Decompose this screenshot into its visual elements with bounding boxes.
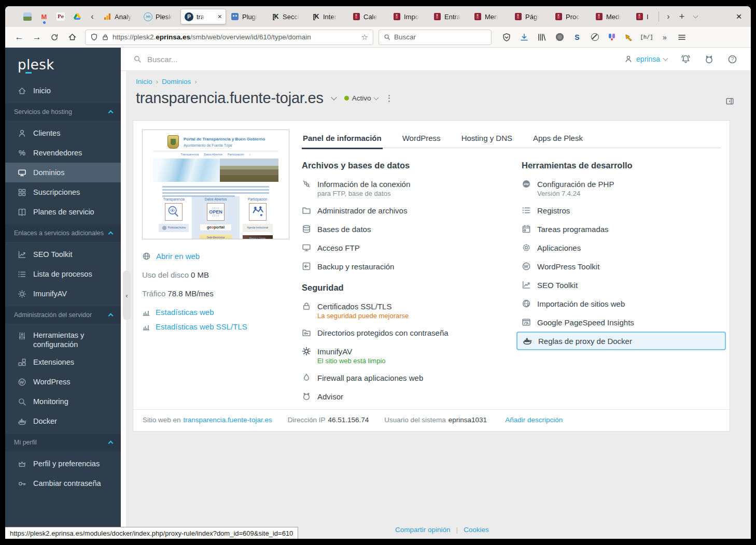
url-bar[interactable]: https://plesk2.eprinsa.es/smb/web/overvi… [85, 30, 373, 45]
item-tareas-programadas[interactable]: Tareas programadas [522, 220, 721, 238]
back-button[interactable]: ← [11, 30, 27, 45]
item-reglas-proxy-docker[interactable]: Reglas de proxy de Docker [516, 332, 726, 350]
plesk-search-input[interactable] [147, 55, 303, 64]
item-aplicaciones[interactable]: Aplicaciones [522, 238, 721, 257]
item-importacion-sitios[interactable]: Importación de sitios web [522, 294, 721, 313]
sidebar-item-imunifyav[interactable]: ImunifyAV [5, 284, 121, 304]
tab-last[interactable]: I [632, 9, 655, 24]
sidebar-item-herramientas[interactable]: Herramientas y configuración [5, 326, 121, 352]
web-stats-link[interactable]: Estadísticas web [142, 308, 289, 317]
tab-menus[interactable]: Men [470, 9, 509, 24]
sidebar-item-wordpress[interactable]: WordPress [5, 372, 121, 392]
open-in-web-link[interactable]: Abrir en web [142, 252, 289, 261]
item-seo-toolkit[interactable]: SEO Toolkit [522, 276, 721, 294]
overflow-icon[interactable]: » [660, 33, 669, 42]
collapse-panel-icon[interactable] [725, 97, 734, 106]
tab-secciones[interactable]: [K Secci [268, 9, 307, 24]
sidebar-item-monitoring[interactable]: Monitoring [5, 392, 121, 411]
sidebar-header-enlaces[interactable]: Enlaces a servicios adicionales [5, 224, 121, 242]
cookies-link[interactable]: Cookies [464, 526, 489, 534]
item-google-pagespeed[interactable]: Google PageSpeed Insights [522, 313, 721, 332]
item-advisor[interactable]: Advisor [302, 387, 501, 406]
pinned-tab-photo[interactable] [20, 9, 35, 24]
tab-inter[interactable]: [K Inter [308, 9, 347, 24]
tab-plugins[interactable]: Plugi [227, 9, 267, 24]
sidebar-item-planes[interactable]: Planes de servicio [5, 202, 121, 222]
tab-calendario[interactable]: Cale [348, 9, 388, 24]
pinned-tab-drive[interactable] [69, 9, 85, 24]
tracking-shield-icon[interactable] [90, 33, 98, 41]
sidebar-item-suscripciones[interactable]: Suscripciones [5, 182, 121, 202]
forward-button[interactable]: → [29, 30, 45, 45]
sidebar-item-cambiar-contrasena[interactable]: Cambiar contraseña [5, 474, 121, 493]
lock-icon[interactable] [102, 34, 109, 41]
item-backup[interactable]: Backup y restauración [302, 257, 501, 276]
item-directorios-protegidos[interactable]: Directorios protegidos con contraseña [302, 323, 501, 342]
sidebar-header-mi-perfil[interactable]: Mi perfil [5, 434, 121, 451]
sidebar-item-extensiones[interactable]: Extensiones [5, 352, 121, 372]
breadcrumb-dominios[interactable]: Dominios [162, 78, 191, 85]
sidebar-item-inicio[interactable]: Inicio [5, 81, 121, 101]
sidebar-item-clientes[interactable]: Clientes [5, 123, 121, 143]
item-administrador-archivos[interactable]: Administrador de archivos [302, 201, 501, 220]
sidebar-header-servicios[interactable]: Servicios de hosting [5, 103, 121, 121]
title-dropdown-icon[interactable] [331, 94, 337, 100]
sidebar-item-seo-toolkit[interactable]: SEO Toolkit [5, 245, 121, 264]
pinned-tab-document[interactable]: Pe [53, 9, 68, 24]
pinned-tab-gmail[interactable]: M [36, 9, 52, 24]
sidebar-item-perfil[interactable]: Perfil y preferencias [5, 454, 121, 474]
share-feedback-link[interactable]: Compartir opinión [395, 526, 451, 534]
shield-check-icon[interactable] [502, 33, 511, 42]
notifications-bell-icon[interactable] [681, 54, 691, 64]
user-menu[interactable]: eprinsa [624, 55, 667, 63]
item-registros[interactable]: Registros [522, 201, 721, 220]
tab-procesos[interactable]: Proc [551, 9, 590, 24]
sidebar-item-lista-procesos[interactable]: Lista de procesos [5, 264, 121, 284]
tab-panel-informacion[interactable]: Panel de información [302, 131, 383, 148]
containers-extension-icon[interactable] [608, 33, 616, 41]
tab-entradas[interactable]: Entra [429, 9, 469, 24]
sidebar-item-docker[interactable]: Docker [5, 411, 121, 431]
item-acceso-ftp[interactable]: Acceso FTP [302, 238, 501, 257]
download-icon[interactable] [520, 33, 529, 42]
search-bar[interactable] [379, 30, 492, 45]
bookmark-star-icon[interactable]: ☆ [361, 33, 368, 42]
tab-analytics[interactable]: Analy [100, 9, 139, 24]
tab-importar[interactable]: Impo [389, 9, 428, 24]
home-button[interactable] [64, 30, 80, 45]
item-bases-datos[interactable]: Bases de datos [302, 220, 501, 238]
tab-plesk360[interactable]: 360 Plesk [140, 9, 179, 24]
help-icon[interactable] [727, 54, 737, 64]
item-firewall[interactable]: Firewall para aplicaciones web [302, 368, 501, 387]
tab-transparencia-active[interactable]: P tra × [180, 9, 226, 24]
item-wordpress-toolkit[interactable]: WordPress Toolkit [522, 257, 721, 276]
window-close-button[interactable]: × [731, 11, 747, 22]
sidebar-item-revendedores[interactable]: %Revendedores [5, 143, 121, 163]
hv-extension-icon[interactable]: [h/] [642, 33, 651, 42]
gear-extension-icon[interactable] [555, 33, 564, 42]
arrow-extension-icon[interactable] [624, 33, 634, 42]
menu-icon[interactable] [677, 33, 687, 42]
sidebar-header-administracion[interactable]: Administración del servidor [5, 306, 121, 324]
more-actions-kebab[interactable] [386, 93, 392, 104]
new-tab-button[interactable]: + [676, 9, 688, 24]
s-extension-icon[interactable]: S [572, 33, 582, 42]
add-description-link[interactable]: Añadir descripción [505, 416, 563, 424]
tab-apps-plesk[interactable]: Apps de Plesk [532, 131, 584, 148]
library-icon[interactable] [537, 33, 547, 42]
tab-close-icon[interactable]: × [218, 13, 222, 20]
website-preview-thumbnail[interactable]: Portal de Transparencia y Buen Gobierno … [142, 130, 289, 239]
browser-search-input[interactable] [394, 33, 472, 41]
scroll-tabs-right-button[interactable]: › [662, 9, 675, 24]
site-link[interactable]: transparencia.fuente-tojar.es [184, 416, 272, 424]
scroll-tabs-left-button[interactable]: ‹ [86, 9, 99, 24]
status-badge[interactable]: Activo [344, 94, 378, 102]
sidebar-collapse-handle[interactable]: ‹ [123, 270, 131, 320]
tab-hosting-dns[interactable]: Hosting y DNS [460, 131, 513, 148]
tab-medios[interactable]: Medi [591, 9, 631, 24]
breadcrumb-inicio[interactable]: Inicio [136, 78, 152, 85]
tab-wordpress[interactable]: WordPress [401, 131, 442, 148]
web-stats-ssl-link[interactable]: Estadísticas web SSL/TLS [142, 322, 289, 331]
plesk-search[interactable] [133, 55, 624, 64]
sidebar-item-dominios[interactable]: Dominios [5, 163, 121, 182]
